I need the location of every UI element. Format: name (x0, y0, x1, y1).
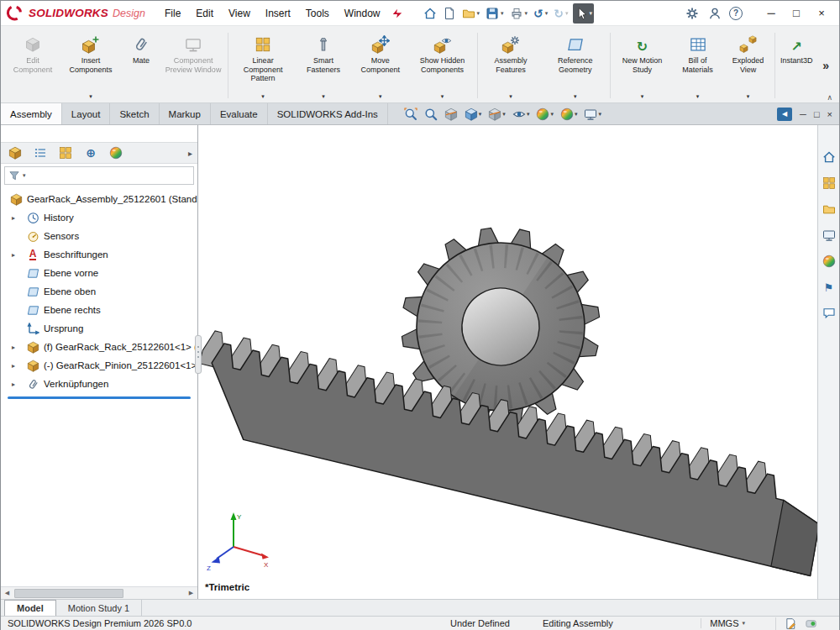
document-restore-button[interactable]: □ (814, 109, 820, 119)
tree-item-pinion-part[interactable]: ▸ (-) GearRack_Pinion_25122601<1> (1, 356, 197, 375)
dimxpertmanager-tab[interactable]: ⊕ (81, 144, 100, 162)
close-button[interactable]: × (809, 3, 834, 24)
ribbon-collapse-button[interactable]: ∧ (827, 93, 832, 102)
section-view-button[interactable] (442, 106, 460, 123)
home-icon[interactable] (821, 149, 837, 165)
tab-model[interactable]: Model (4, 600, 56, 616)
tree-root-assembly[interactable]: GearRack_Assembly_25122601 (Standa (1, 190, 197, 208)
maximize-button[interactable]: □ (784, 3, 809, 24)
insert-components-button[interactable]: Insert Components ▾ (60, 29, 122, 102)
view-palette-icon[interactable] (821, 227, 837, 244)
tree-item-mates[interactable]: ▸ Verknüpfungen (1, 375, 197, 393)
tree-item-origin[interactable]: Ursprung (1, 319, 197, 338)
forum-icon[interactable] (821, 305, 837, 322)
caret-down-icon[interactable]: ▾ (501, 10, 504, 17)
print-button[interactable]: ▾ (508, 3, 530, 24)
menu-window[interactable]: Window (337, 4, 388, 23)
caret-down-icon[interactable]: ▾ (525, 10, 528, 17)
tab-markup[interactable]: Markup (160, 103, 211, 124)
undo-button[interactable]: ↺▾ (532, 3, 549, 24)
tree-item-history[interactable]: ▸ History (1, 208, 197, 227)
tab-motion-study-1[interactable]: Motion Study 1 (56, 600, 142, 616)
account-button[interactable] (706, 3, 723, 24)
caret-down-icon[interactable]: ▾ (565, 10, 569, 17)
tab-solidworks-add-ins[interactable]: SOLIDWORKS Add-Ins (268, 103, 388, 124)
solidworks-search-icon[interactable] (391, 8, 403, 19)
options-button[interactable] (684, 3, 701, 24)
new-document-button[interactable] (441, 3, 458, 24)
appearances-icon[interactable] (821, 253, 837, 270)
design-library-icon[interactable] (821, 175, 837, 192)
home-button[interactable] (422, 3, 438, 24)
scrollbar-thumb[interactable] (14, 589, 123, 598)
tags-icon[interactable] (785, 617, 797, 630)
rollback-bar[interactable] (8, 396, 191, 399)
menu-insert[interactable]: Insert (258, 4, 298, 23)
tree-item-annotations[interactable]: ▸ A Beschriftungen (1, 245, 197, 264)
redo-button[interactable]: ↻▾ (552, 3, 570, 24)
caret-down-icon[interactable]: ▾ (502, 111, 506, 118)
caret-down-icon[interactable]: ▾ (545, 10, 549, 17)
panel-overflow-chevron[interactable]: ▸ (188, 149, 192, 158)
zoom-to-area-button[interactable] (422, 106, 440, 123)
expand-caret-icon[interactable]: ▸ (12, 214, 15, 222)
caret-down-icon[interactable]: ▾ (23, 172, 26, 179)
linear-component-pattern-button[interactable]: Linear Component Pattern ▾ (230, 29, 296, 102)
caret-down-icon[interactable]: ▾ (441, 93, 444, 101)
caret-down-icon[interactable]: ▾ (550, 111, 554, 118)
menu-tools[interactable]: Tools (298, 4, 337, 23)
caret-down-icon[interactable]: ▾ (477, 10, 480, 17)
custom-properties-icon[interactable]: ⚑ (821, 279, 837, 296)
view-settings-button[interactable]: ▾ (581, 106, 604, 123)
tree-item-sensors[interactable]: Sensors (1, 227, 197, 245)
document-close-button[interactable]: × (827, 109, 832, 119)
show-hidden-components-button[interactable]: Show Hidden Components ▾ (410, 29, 475, 102)
caret-down-icon[interactable]: ▾ (696, 93, 700, 101)
expand-caret-icon[interactable]: ▸ (12, 251, 15, 259)
tree-item-right-plane[interactable]: Ebene rechts (1, 301, 197, 319)
graphics-viewport[interactable]: Y X Z *Trimetric (198, 125, 817, 599)
featuremanager-tree-tab[interactable] (6, 144, 24, 162)
document-minimize-button[interactable]: ─ (800, 109, 806, 119)
expand-caret-icon[interactable]: ▸ (12, 344, 15, 351)
open-button[interactable]: ▾ (460, 3, 482, 24)
minimize-button[interactable]: ─ (759, 3, 784, 24)
tab-sketch[interactable]: Sketch (110, 103, 159, 124)
move-component-button[interactable]: Move Component ▾ (351, 29, 410, 102)
tree-item-front-plane[interactable]: Ebene vorne (1, 264, 197, 282)
menu-view[interactable]: View (221, 4, 258, 23)
caret-down-icon[interactable]: ▾ (322, 93, 325, 101)
tab-evaluate[interactable]: Evaluate (211, 103, 268, 124)
caret-down-icon[interactable]: ▾ (89, 93, 92, 101)
caret-down-icon[interactable]: ▾ (479, 111, 482, 118)
propertymanager-tab[interactable] (31, 144, 50, 162)
expand-caret-icon[interactable]: ▸ (12, 362, 15, 370)
edit-appearance-button[interactable]: ▾ (533, 106, 556, 123)
panel-horizontal-scrollbar[interactable]: ◀ ▶ (1, 586, 197, 599)
menu-file[interactable]: File (157, 4, 188, 23)
caret-down-icon[interactable]: ▾ (641, 93, 644, 101)
tab-assembly[interactable]: Assembly (1, 103, 62, 124)
tree-item-rack-part[interactable]: ▸ (f) GearRack_Rack_25122601<1> ( (1, 338, 197, 356)
ribbon-overflow-button[interactable]: » (816, 59, 836, 72)
configurationmanager-tab[interactable] (56, 144, 75, 162)
smart-fasteners-button[interactable]: Smart Fasteners ▾ (296, 29, 351, 102)
caret-down-icon[interactable]: ▾ (574, 93, 577, 101)
new-motion-study-button[interactable]: ↻ New Motion Study ▾ (612, 29, 673, 102)
hide-show-items-button[interactable]: ▾ (510, 106, 533, 123)
reference-geometry-button[interactable]: Reference Geometry ▾ (543, 29, 608, 102)
instant3d-button[interactable]: ↗ Instant3D ▾ (777, 29, 816, 102)
caret-down-icon[interactable]: ▾ (509, 93, 512, 101)
panel-splitter-handle[interactable] (195, 335, 202, 374)
assembly-features-button[interactable]: Assembly Features ▾ (480, 29, 543, 102)
bill-of-materials-button[interactable]: Bill of Materials ▾ (672, 29, 723, 102)
caret-down-icon[interactable]: ▾ (598, 111, 601, 118)
scroll-left-arrow-icon[interactable]: ◀ (1, 590, 13, 596)
exploded-view-button[interactable]: Exploded View ▾ (723, 29, 773, 102)
select-tool-button[interactable]: ▾ (573, 3, 595, 24)
display-style-button[interactable]: ▾ (486, 106, 508, 123)
help-button[interactable]: ? (729, 7, 743, 20)
caret-down-icon[interactable]: ▾ (575, 111, 578, 118)
apply-scene-button[interactable]: ▾ (558, 106, 580, 123)
tab-layout[interactable]: Layout (62, 103, 111, 124)
